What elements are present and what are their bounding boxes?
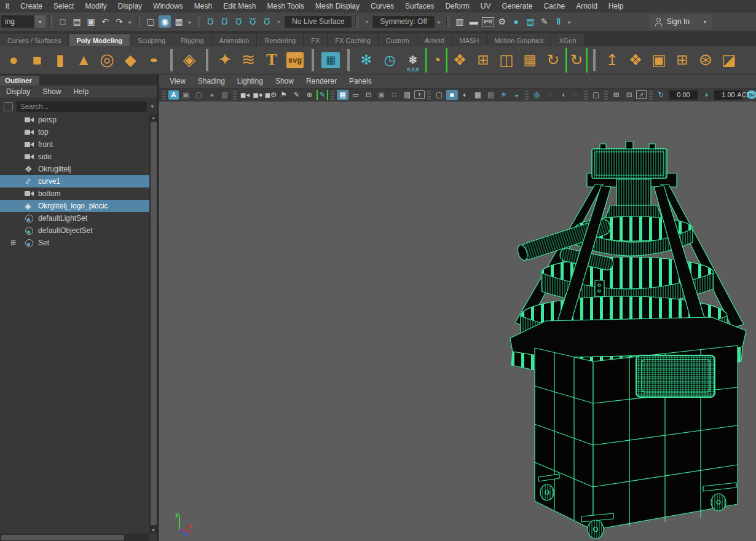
center-pivot-icon[interactable]: ✻ [355,48,377,73]
poly-sphere-icon[interactable]: ● [2,48,25,73]
menu-item[interactable]: Generate [496,1,538,11]
menu-item[interactable]: Mesh Display [310,1,365,11]
lights-icon[interactable]: ☀ [498,90,510,100]
outliner-item[interactable]: defaultLightSet [0,212,149,224]
horizontal-scrollbar[interactable] [0,534,149,541]
outliner-menu[interactable]: Show [36,86,67,97]
bookmark-icon[interactable]: ⚑ [278,90,289,100]
outliner-item[interactable]: defaultObjectSet [0,224,149,237]
viewport-menu[interactable]: Renderer [300,76,343,87]
shelf-tab[interactable]: FX [304,34,328,46]
popout-icon[interactable]: ↗ [636,90,647,99]
gate-mask-icon[interactable]: ▣ [376,90,387,100]
menu-item[interactable]: Cache [538,1,570,11]
modeling-toolkit-icon[interactable]: ▦ [320,48,342,73]
scrollbar-thumb[interactable] [151,122,157,525]
viewport-menu[interactable]: Show [269,76,300,87]
menu-item[interactable]: Curves [365,1,400,11]
transparency-icon[interactable]: ▨ [485,90,497,100]
menu-item[interactable]: Mesh [189,1,218,11]
outliner-item[interactable]: top [0,126,149,138]
chevron-down-icon[interactable]: ▾ [704,19,706,25]
shadows-icon[interactable]: ◒ [511,90,522,100]
pie-region-icon[interactable]: ◕ [206,90,218,100]
annotate-icon[interactable]: ✎ [317,90,328,100]
menu-item[interactable]: Mesh Tools [261,1,309,11]
lock-camera-icon[interactable]: ◼● [252,90,264,100]
freeze-transform-icon[interactable]: ❄0,0,0 [402,48,424,73]
viewport-menu[interactable]: Lighting [231,76,269,87]
shelf-tab[interactable]: Sculpting [130,34,173,46]
menu-item[interactable]: Help [603,1,629,11]
menu-item[interactable]: Modify [79,1,112,11]
sweep-profile-icon[interactable]: ❖ [624,48,647,73]
combine-icon[interactable]: ◔ [425,48,447,73]
expander-icon[interactable]: ▸ [127,15,133,28]
shelf-tab[interactable]: MASH [452,34,487,46]
grease-pencil-icon[interactable]: ✎ [291,90,302,100]
fog-icon[interactable]: ◾ [570,90,581,100]
motion-blur-icon[interactable]: ◌ [544,90,556,100]
snap-curve-icon[interactable]: Ω [218,15,230,28]
search-input[interactable] [17,101,147,112]
ipr-render-icon[interactable]: IPR [482,17,494,26]
mirror-icon[interactable]: ◫ [495,48,518,73]
menu-item[interactable]: it [0,1,15,11]
project-curve-icon[interactable]: ◪ [718,48,740,73]
shelf-tab[interactable]: Animation [212,34,258,46]
curve-warp-icon[interactable]: ≋ [237,48,259,73]
viewport-canvas[interactable]: y x z [159,101,756,541]
viewport-menu[interactable]: Shading [192,76,231,87]
poly-disc-icon[interactable]: ● [143,48,165,73]
pane-layout-icon[interactable]: ⊞ [610,90,622,100]
extrude-icon[interactable]: ↥ [601,48,623,73]
expander-icon[interactable]: ▸ [187,15,193,28]
material-mode-icon[interactable]: ◐ [459,90,471,100]
frame-selected-icon[interactable]: ▣ [180,90,192,100]
ao-icon[interactable]: ◎ [531,90,543,100]
platonic-solid-icon[interactable]: ◈ [178,48,200,73]
poly-cube-icon[interactable]: ■ [26,48,48,73]
sign-in-button[interactable]: Sign In ▾ [649,15,712,29]
menu-item[interactable]: Deform [439,1,474,11]
shelf-tab[interactable]: FX Caching [328,34,378,46]
shelf-tab[interactable]: Poly Modeling [69,34,130,46]
render-frame-icon[interactable]: ▬ [468,15,480,28]
smooth-icon[interactable]: ⊞ [472,48,494,73]
panel-highlight-badge[interactable]: A [168,90,179,100]
shelf-tab[interactable]: XGen [551,34,584,46]
menu-item[interactable]: Windows [148,1,189,11]
open-scene-icon[interactable]: ▤ [71,15,83,28]
retopologize-icon[interactable]: ↻ [565,48,588,73]
select-object-icon[interactable]: ◉ [159,15,171,28]
menu-item[interactable]: UV [475,1,497,11]
svg-tool-icon[interactable]: svg [284,48,306,73]
separate-icon[interactable]: ❖ [449,48,471,73]
outliner-item[interactable]: front [0,138,149,151]
scroll-down-icon[interactable]: ▼ [149,526,157,534]
viewport-menu[interactable]: View [163,76,192,87]
field-chart-icon[interactable]: ∷ [388,90,400,100]
resolution-gate-icon[interactable]: ⊡ [363,90,374,100]
expander-icon[interactable]: ▸ [567,15,573,28]
outliner-item[interactable]: curve1 [0,175,149,188]
shaded-mode-icon[interactable]: ■ [446,90,458,100]
poly-torus-icon[interactable]: ◎ [96,48,118,73]
poly-cylinder-icon[interactable]: ▮ [49,48,71,73]
workspace-selector[interactable]: ing ▾ [1,15,45,28]
poly-cone-icon[interactable]: ▲ [73,48,95,73]
expander-icon[interactable]: ▸ [436,15,443,28]
snap-grid-icon[interactable]: Ω [204,15,216,28]
expand-toggle[interactable]: ⊞ [10,239,16,247]
render-settings-icon[interactable]: ⚙ [496,15,508,28]
render-view-icon[interactable]: ▥ [454,15,466,28]
select-camera-icon[interactable]: ◼◂ [239,90,251,100]
snap-projected-center-icon[interactable]: Ω [246,15,259,28]
menu-item[interactable]: Surfaces [400,1,439,11]
pause-icon[interactable]: ‖ [553,15,565,28]
camera-attributes-icon[interactable]: ◼⚙ [265,90,277,100]
outliner-tab[interactable]: Outliner [0,76,39,85]
menu-item[interactable]: Edit Mesh [218,1,261,11]
look-dev-icon[interactable]: ✎ [538,15,551,28]
viewport-menu[interactable]: Panels [343,76,378,87]
